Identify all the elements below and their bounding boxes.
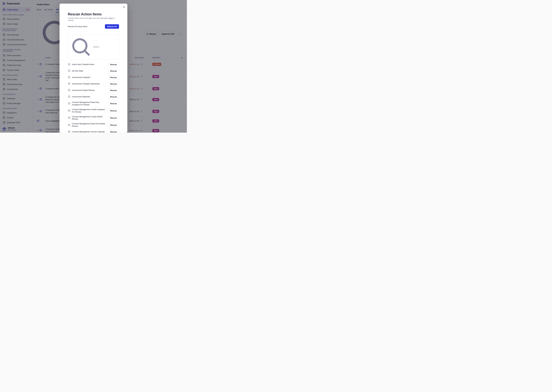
search-icon	[69, 35, 92, 58]
rescan-all-button[interactable]: Rescan All	[105, 24, 119, 29]
svg-rect-145	[68, 83, 70, 84]
svg-rect-136	[68, 63, 70, 65]
rescan-item-button[interactable]: Rescan	[108, 95, 119, 99]
item-icon	[68, 76, 70, 79]
item-icon	[68, 89, 70, 92]
rescan-item-label: Action Item Checklist Items	[72, 63, 107, 66]
item-icon	[68, 116, 70, 119]
svg-rect-151	[68, 96, 70, 98]
rescan-item-row: Assessment AssignedRescan	[68, 74, 119, 81]
rescan-item-label: Consent Management Cookie Assigned For R…	[72, 108, 107, 113]
rescan-item-button[interactable]: Rescan	[108, 123, 119, 127]
rescan-item-label: Assessment Needs Review	[72, 89, 107, 91]
rescan-item-label: Assessment Rejected	[72, 96, 107, 98]
rescan-item-label: Consent Management Data Flow Assigned Fo…	[72, 101, 107, 106]
rescan-item-row: Consent Management Data Flow Assigned Fo…	[68, 100, 119, 107]
item-icon	[68, 130, 70, 133]
svg-rect-148	[68, 89, 70, 91]
rescan-item-button[interactable]: Rescan	[108, 82, 119, 86]
rescan-item-button[interactable]: Rescan	[108, 130, 119, 133]
rescan-item-label: Assessment Changes Requested	[72, 83, 107, 85]
rescan-item-row: Assessment Changes RequestedRescan	[68, 81, 119, 87]
rescan-item-button[interactable]: Rescan	[108, 63, 119, 67]
svg-point-134	[73, 39, 86, 52]
rescan-item-row: Api Key StaleRescan	[68, 68, 119, 74]
rescan-modal: Rescan Action Items If action items are …	[59, 4, 127, 133]
item-icon	[68, 124, 70, 126]
rescan-item-label: Consent Management Version Upgrade	[72, 131, 107, 133]
svg-rect-166	[68, 131, 70, 133]
svg-rect-139	[68, 70, 70, 72]
svg-rect-160	[68, 117, 70, 119]
rescan-item-button[interactable]: Rescan	[108, 101, 119, 106]
item-icon	[68, 70, 70, 72]
rescan-item-button[interactable]: Rescan	[108, 88, 119, 92]
rescan-item-row: Assessment Needs ReviewRescan	[68, 87, 119, 94]
item-icon	[68, 102, 70, 105]
rescan-all-label: Rescan All Action Items	[68, 25, 87, 28]
rescan-item-row: Action Item Checklist ItemsRescan	[68, 61, 119, 68]
item-icon	[68, 63, 70, 66]
rescan-item-button[interactable]: Rescan	[108, 109, 119, 113]
svg-rect-142	[68, 76, 70, 78]
rescan-item-button[interactable]: Rescan	[108, 69, 119, 73]
svg-rect-154	[68, 103, 70, 104]
modal-close-button[interactable]	[123, 6, 125, 9]
rescan-item-button[interactable]: Rescan	[108, 75, 119, 79]
rescan-item-button[interactable]: Rescan	[108, 116, 119, 120]
modal-overlay[interactable]: Rescan Action Items If action items are …	[0, 0, 187, 133]
rescan-item-row: Consent Management Data Flow Needs Revie…	[68, 121, 119, 129]
rescan-item-label: Consent Management Cookie Needs Review	[72, 116, 107, 120]
item-icon	[68, 95, 70, 98]
modal-subtitle: If action items are out of date, you can…	[68, 17, 119, 21]
svg-rect-157	[68, 110, 70, 111]
close-icon	[123, 6, 125, 8]
modal-title: Rescan Action Items	[68, 12, 119, 16]
svg-line-135	[85, 50, 89, 55]
rescan-item-row: Consent Management Cookie Assigned For R…	[68, 107, 119, 114]
rescan-item-row: Assessment RejectedRescan	[68, 94, 119, 100]
rescan-item-label: Assessment Assigned	[72, 76, 107, 79]
rescan-item-label: Api Key Stale	[72, 70, 107, 72]
rescan-item-row: Consent Management Version UpgradeRescan	[68, 129, 119, 133]
item-icon	[68, 82, 70, 85]
rescan-item-label: Consent Management Data Flow Needs Revie…	[72, 123, 107, 127]
item-icon	[68, 109, 70, 112]
rescan-item-row: Consent Management Cookie Needs ReviewRe…	[68, 114, 119, 122]
modal-search-input[interactable]	[93, 46, 117, 48]
svg-rect-163	[68, 124, 70, 126]
modal-search[interactable]	[68, 34, 119, 59]
